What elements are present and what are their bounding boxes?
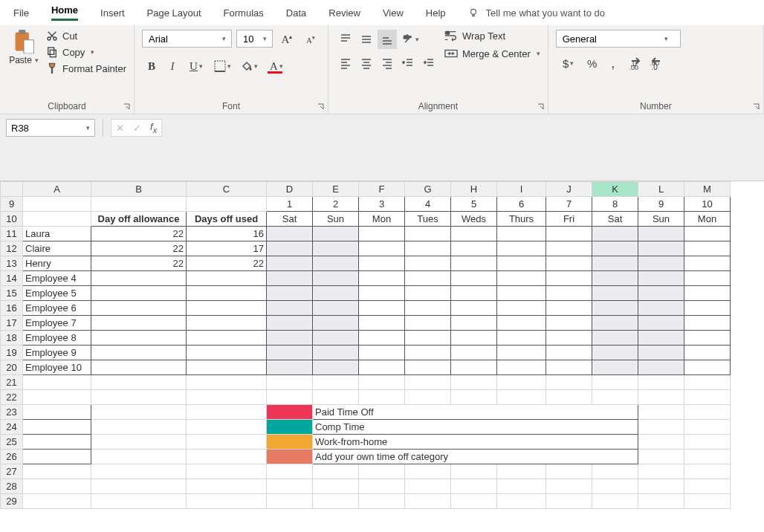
cell-K14[interactable] bbox=[592, 271, 638, 286]
cell-M15[interactable] bbox=[684, 286, 731, 301]
cell-H12[interactable] bbox=[451, 241, 497, 256]
cell-G13[interactable] bbox=[405, 256, 451, 271]
cell-M26[interactable] bbox=[684, 450, 731, 464]
number-dialog-launcher[interactable] bbox=[751, 102, 762, 112]
menu-review[interactable]: Review bbox=[328, 7, 360, 19]
cell-M12[interactable] bbox=[684, 241, 731, 256]
cell-L10[interactable]: Sun bbox=[638, 212, 684, 227]
align-middle-button[interactable] bbox=[357, 30, 376, 49]
row-header-26[interactable]: 26 bbox=[1, 450, 23, 464]
cell-C23[interactable] bbox=[187, 405, 267, 420]
cell-B29[interactable] bbox=[91, 494, 187, 509]
cell-L12[interactable] bbox=[638, 241, 684, 256]
cell-K20[interactable] bbox=[592, 360, 638, 375]
copy-button[interactable]: Copy ▾ bbox=[46, 46, 126, 58]
legend-swatch-23[interactable] bbox=[267, 405, 313, 420]
cell-F29[interactable] bbox=[359, 494, 405, 509]
cell-M23[interactable] bbox=[684, 405, 731, 420]
cell-D28[interactable] bbox=[267, 479, 313, 494]
cell-B20[interactable] bbox=[91, 360, 187, 375]
cell-D18[interactable] bbox=[267, 331, 313, 346]
cell-C19[interactable] bbox=[187, 346, 267, 360]
cell-K9[interactable]: 8 bbox=[592, 197, 638, 212]
row-header-16[interactable]: 16 bbox=[1, 301, 23, 316]
cell-B13[interactable]: 22 bbox=[91, 256, 187, 271]
cell-B11[interactable]: 22 bbox=[91, 227, 187, 241]
row-header-24[interactable]: 24 bbox=[1, 420, 23, 435]
col-header-G[interactable]: G bbox=[405, 182, 451, 197]
legend-label-26[interactable]: Add your own time off category bbox=[313, 450, 638, 464]
number-format-combo[interactable]: ▾ bbox=[556, 30, 681, 48]
cell-C25[interactable] bbox=[187, 435, 267, 450]
col-header-M[interactable]: M bbox=[684, 182, 731, 197]
cancel-icon[interactable]: ✕ bbox=[116, 123, 124, 134]
font-dialog-launcher[interactable] bbox=[316, 102, 326, 112]
orientation-button[interactable]: ab▾ bbox=[398, 30, 424, 49]
legend-label-25[interactable]: Work-from-home bbox=[313, 435, 638, 450]
cell-J12[interactable] bbox=[546, 241, 592, 256]
cell-A20[interactable]: Employee 10 bbox=[23, 360, 91, 375]
cell-G12[interactable] bbox=[405, 241, 451, 256]
row-header-20[interactable]: 20 bbox=[1, 360, 23, 375]
col-header-A[interactable]: A bbox=[23, 182, 91, 197]
clipboard-dialog-launcher[interactable] bbox=[122, 102, 132, 112]
fill-color-button[interactable]: ▾ bbox=[237, 56, 262, 76]
cell-I17[interactable] bbox=[497, 316, 546, 331]
row-header-21[interactable]: 21 bbox=[1, 375, 23, 390]
cell-D10[interactable]: Sat bbox=[267, 212, 313, 227]
cell-G14[interactable] bbox=[405, 271, 451, 286]
cell-A19[interactable]: Employee 9 bbox=[23, 346, 91, 360]
cell-J9[interactable]: 7 bbox=[546, 197, 592, 212]
cell-C26[interactable] bbox=[187, 450, 267, 464]
cell-J18[interactable] bbox=[546, 331, 592, 346]
cell-G9[interactable]: 4 bbox=[405, 197, 451, 212]
cell-L13[interactable] bbox=[638, 256, 684, 271]
row-header-15[interactable]: 15 bbox=[1, 286, 23, 301]
spreadsheet-grid[interactable]: ABCDEFGHIJKLM91234567891010Day off allow… bbox=[0, 181, 764, 509]
cell-C13[interactable]: 22 bbox=[187, 256, 267, 271]
row-header-13[interactable]: 13 bbox=[1, 256, 23, 271]
cell-E27[interactable] bbox=[313, 464, 359, 479]
cell-C12[interactable]: 17 bbox=[187, 241, 267, 256]
col-header-B[interactable]: B bbox=[91, 182, 187, 197]
cell-B12[interactable]: 22 bbox=[91, 241, 187, 256]
cell-I9[interactable]: 6 bbox=[497, 197, 546, 212]
cell-G17[interactable] bbox=[405, 316, 451, 331]
cell-M9[interactable]: 10 bbox=[684, 197, 731, 212]
row-header-12[interactable]: 12 bbox=[1, 241, 23, 256]
number-format-input[interactable] bbox=[560, 33, 662, 45]
cell-L9[interactable]: 9 bbox=[638, 197, 684, 212]
select-all[interactable] bbox=[1, 182, 23, 197]
col-header-L[interactable]: L bbox=[638, 182, 684, 197]
name-box-input[interactable] bbox=[11, 123, 78, 134]
cell-G28[interactable] bbox=[405, 479, 451, 494]
cell-H19[interactable] bbox=[451, 346, 497, 360]
decrease-indent-button[interactable] bbox=[398, 53, 418, 73]
cell-I28[interactable] bbox=[497, 479, 546, 494]
menu-data[interactable]: Data bbox=[286, 7, 306, 19]
cell-E12[interactable] bbox=[313, 241, 359, 256]
wrap-text-button[interactable]: ab Wrap Text bbox=[444, 30, 540, 42]
cell-E18[interactable] bbox=[313, 331, 359, 346]
cell-L27[interactable] bbox=[638, 464, 684, 479]
cell-E15[interactable] bbox=[313, 286, 359, 301]
cell-H20[interactable] bbox=[451, 360, 497, 375]
cell-C14[interactable] bbox=[187, 271, 267, 286]
cell-F14[interactable] bbox=[359, 271, 405, 286]
cell-K12[interactable] bbox=[592, 241, 638, 256]
cell-M16[interactable] bbox=[684, 301, 731, 316]
cell-F10[interactable]: Mon bbox=[359, 212, 405, 227]
cell-A23[interactable] bbox=[23, 405, 91, 420]
cell-D15[interactable] bbox=[267, 286, 313, 301]
cell-I15[interactable] bbox=[497, 286, 546, 301]
cell-I10[interactable]: Thurs bbox=[497, 212, 546, 227]
cell-M13[interactable] bbox=[684, 256, 731, 271]
cell-J14[interactable] bbox=[546, 271, 592, 286]
cell-B16[interactable] bbox=[91, 301, 187, 316]
cell-A10[interactable] bbox=[23, 212, 91, 227]
comma-button[interactable]: , bbox=[603, 53, 623, 73]
cell-M20[interactable] bbox=[684, 360, 731, 375]
align-left-button[interactable] bbox=[336, 53, 355, 73]
cell-F17[interactable] bbox=[359, 316, 405, 331]
cell-F19[interactable] bbox=[359, 346, 405, 360]
